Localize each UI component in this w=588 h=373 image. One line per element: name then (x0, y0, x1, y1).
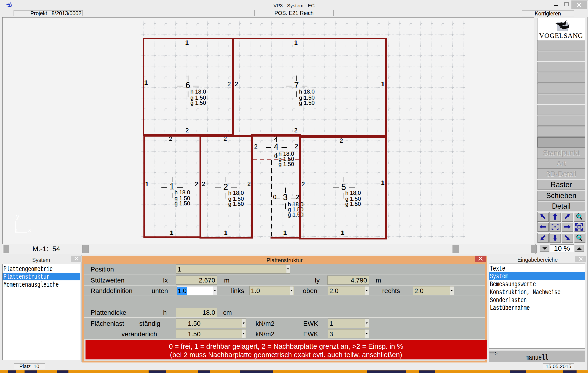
svg-text:3: 3 (283, 192, 288, 202)
svg-text:1: 1 (145, 79, 148, 86)
svg-text:2: 2 (294, 127, 297, 134)
svg-text:2: 2 (295, 143, 298, 150)
svg-text:g 1.50: g 1.50 (278, 161, 294, 167)
svg-text:1: 1 (145, 181, 148, 187)
svg-text:2: 2 (186, 127, 189, 134)
svg-text:y: y (16, 213, 19, 220)
svg-text:g 1.50: g 1.50 (288, 211, 304, 218)
svg-text:g 1.50: g 1.50 (345, 201, 361, 207)
svg-text:4: 4 (274, 142, 278, 152)
svg-text:2: 2 (235, 80, 238, 88)
svg-text:2: 2 (254, 143, 257, 150)
svg-text:x: x (28, 226, 31, 233)
svg-text:0: 0 (274, 153, 278, 159)
svg-text:2: 2 (223, 182, 228, 192)
svg-text:2: 2 (302, 181, 305, 187)
svg-text:7: 7 (294, 80, 299, 90)
svg-text:VOGELSANG: VOGELSANG (539, 32, 583, 39)
svg-text:1: 1 (186, 39, 189, 46)
svg-text:g 1.50: g 1.50 (228, 201, 244, 207)
svg-text:g 1.50: g 1.50 (190, 100, 206, 106)
svg-text:h 18.0: h 18.0 (190, 88, 206, 95)
svg-text:2: 2 (340, 137, 343, 144)
svg-text:1: 1 (294, 39, 298, 46)
svg-text:g 1.50: g 1.50 (299, 100, 315, 106)
svg-text:2: 2 (247, 180, 251, 187)
svg-text:2: 2 (202, 180, 205, 187)
svg-text:1: 1 (341, 229, 344, 236)
svg-text:z: z (15, 226, 18, 233)
svg-text:1: 1 (381, 179, 384, 186)
svg-text:g 1.50: g 1.50 (175, 200, 190, 207)
svg-text:2: 2 (228, 80, 231, 88)
svg-text:1: 1 (224, 229, 227, 236)
svg-text:1: 1 (381, 80, 384, 88)
svg-text:h 18.0: h 18.0 (175, 189, 190, 196)
svg-text:6: 6 (186, 80, 190, 90)
svg-text:1: 1 (284, 229, 287, 236)
svg-text:0: 0 (273, 193, 276, 200)
svg-text:h 18.0: h 18.0 (299, 88, 315, 95)
svg-text:2: 2 (195, 181, 198, 187)
svg-text:h 18.0: h 18.0 (228, 190, 244, 196)
svg-text:1: 1 (170, 182, 174, 191)
svg-text:h 18.0: h 18.0 (345, 190, 361, 196)
svg-text:2: 2 (296, 193, 299, 200)
svg-text:1: 1 (170, 229, 173, 236)
